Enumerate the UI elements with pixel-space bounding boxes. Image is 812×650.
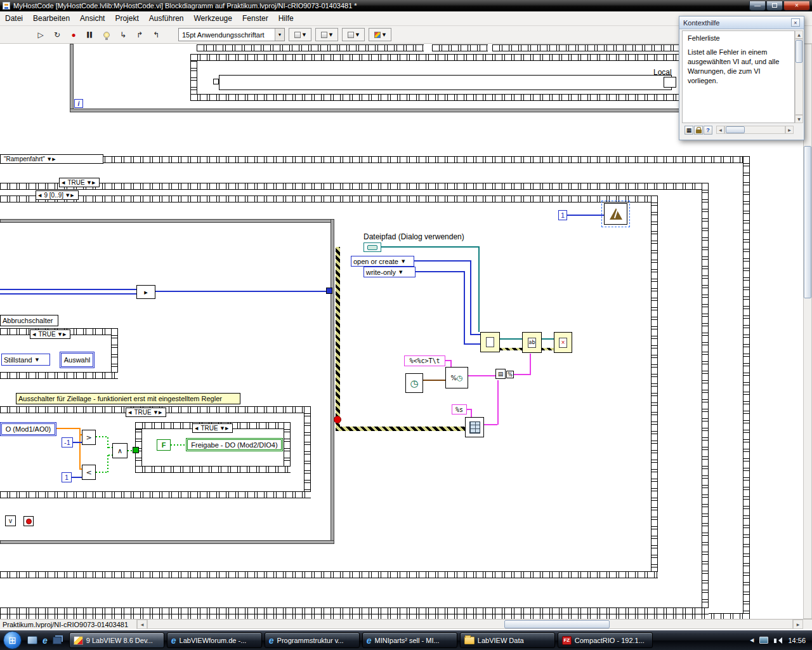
distribute-objects-dropdown[interactable]: ▼ xyxy=(315,28,338,41)
vertical-scrollbar-thumb[interactable] xyxy=(804,146,811,298)
scroll-left-button[interactable]: ◀ xyxy=(137,620,147,629)
switch-windows-icon[interactable] xyxy=(53,637,62,644)
help-vertical-scrollbar-thumb[interactable] xyxy=(796,40,802,63)
volume-icon[interactable] xyxy=(774,635,782,646)
case-dropdown-icon[interactable]: ▼ xyxy=(87,180,91,185)
case-selector-numeric[interactable]: ◀ 9 [0..9] ▼ ▶ xyxy=(36,190,79,200)
menu-datei[interactable]: Datei xyxy=(0,12,28,25)
show-desktop-icon[interactable] xyxy=(27,636,37,644)
case-prev-icon[interactable]: ◀ xyxy=(32,332,36,337)
help-scroll-up-button[interactable]: ▲ xyxy=(795,30,803,39)
help-scroll-right-button[interactable]: ▶ xyxy=(785,126,794,134)
vertical-scrollbar[interactable] xyxy=(803,44,812,619)
case-next-icon[interactable]: ▶ xyxy=(225,426,229,431)
case-prev-icon[interactable]: ◀ xyxy=(128,410,132,415)
start-button[interactable]: ⊞ xyxy=(3,631,22,649)
menu-projekt[interactable]: Projekt xyxy=(110,12,143,25)
highlight-execution-button[interactable] xyxy=(99,28,114,42)
enum-caret-icon[interactable]: ▼ xyxy=(402,259,405,264)
context-help-window[interactable]: Kontexthilfe × Fehlerliste Listet alle F… xyxy=(679,16,804,140)
loop-condition-box[interactable]: v xyxy=(5,515,16,526)
case-selector-rampenfahrt[interactable]: "Rampenfahrt" ▼ ▶ xyxy=(0,154,103,164)
case-dropdown-icon[interactable]: ▼ xyxy=(65,193,70,198)
case-next-icon[interactable]: ▶ xyxy=(91,180,96,185)
enum-constant-stillstand[interactable]: Stillstand ▼ xyxy=(1,354,50,366)
taskbar-button-compactrio[interactable]: FZ CompactRIO - 192.1... xyxy=(558,632,653,648)
case-next-icon[interactable]: ▶ xyxy=(51,157,56,162)
local-variable-freigabe[interactable]: Freigabe - DO (Mod2/DIO4) xyxy=(186,438,283,451)
menu-ansicht[interactable]: Ansicht xyxy=(75,12,110,25)
case-prev-icon[interactable]: ◀ xyxy=(194,426,199,431)
case-selector-abbruch[interactable]: ◀ TRUE ▼ ▶ xyxy=(30,329,70,339)
array-to-spreadsheet-string-function[interactable] xyxy=(465,417,484,437)
taskbar-button-miniparts[interactable]: e MINIparts² sell - MI... xyxy=(362,632,457,648)
case-dropdown-icon[interactable]: ▼ xyxy=(154,410,158,415)
tray-expand-icon[interactable]: ◀ xyxy=(750,637,754,643)
step-over-button[interactable]: ↱ xyxy=(132,28,147,42)
titlebar[interactable]: MyHostCode [MyHostCode.lvlib:MyHostCode.… xyxy=(0,0,812,11)
numeric-constant-neg1[interactable]: -1 xyxy=(62,437,73,448)
restore-button[interactable] xyxy=(766,1,783,11)
write-text-file-function[interactable]: ab xyxy=(522,332,542,353)
taskbar-button-labview[interactable]: 9 LabVIEW 8.6 Dev... xyxy=(69,632,164,648)
string-node[interactable]: % xyxy=(506,371,514,378)
get-date-time-function[interactable]: ◷ xyxy=(405,373,423,393)
case-prev-icon[interactable]: ◀ xyxy=(61,180,65,185)
case-dropdown-icon[interactable]: ▼ xyxy=(58,332,62,337)
help-scroll-down-button[interactable]: ▼ xyxy=(795,115,803,123)
context-help-close-button[interactable]: × xyxy=(791,18,800,27)
case-next-icon[interactable]: ▶ xyxy=(70,193,74,198)
help-scroll-left-button[interactable]: ◀ xyxy=(716,126,724,134)
frame-inner-terminal[interactable] xyxy=(664,77,676,88)
select-function[interactable]: ▸ xyxy=(136,285,155,299)
format-date-time-string-function[interactable]: % ◷ xyxy=(445,367,468,388)
breakpoint-dot[interactable] xyxy=(334,416,341,423)
wait-constant[interactable]: 1 xyxy=(558,210,567,220)
local-variable-auswahl[interactable]: Auswahl xyxy=(60,352,95,368)
menu-fenster[interactable]: Fenster xyxy=(237,12,273,25)
enum-caret-icon[interactable]: ▼ xyxy=(36,357,39,362)
enum-constant-write-only[interactable]: write-only ▼ xyxy=(363,267,416,277)
reorder-objects-dropdown[interactable]: ▼ xyxy=(369,28,391,41)
path-constant[interactable] xyxy=(363,242,381,252)
font-caret-icon[interactable]: ▼ xyxy=(275,29,284,41)
close-button[interactable]: × xyxy=(783,1,810,11)
taskbar-button-programmstruktur[interactable]: e Programmstruktur v... xyxy=(265,632,360,648)
case-selector-ziellage[interactable]: ◀ TRUE ▼ ▶ xyxy=(126,408,166,417)
horizontal-scrollbar-thumb[interactable] xyxy=(504,620,610,628)
scroll-right-button[interactable]: ▶ xyxy=(793,620,803,629)
concatenate-strings-function[interactable]: ▤ xyxy=(495,369,506,379)
menu-werkzeuge[interactable]: Werkzeuge xyxy=(188,12,237,25)
context-help-titlebar[interactable]: Kontexthilfe × xyxy=(679,17,804,29)
quick-launch-ie-icon[interactable]: e xyxy=(43,635,48,646)
case-next-icon[interactable]: ▶ xyxy=(158,410,162,415)
detailed-help-button[interactable]: ? xyxy=(704,126,712,135)
less-function[interactable]: < xyxy=(82,465,96,480)
iteration-terminal[interactable]: i xyxy=(74,99,83,108)
menu-ausfuehren[interactable]: Ausführen xyxy=(144,12,189,25)
menu-bearbeiten[interactable]: Bearbeiten xyxy=(28,12,75,25)
minimize-button[interactable]: — xyxy=(749,1,766,11)
run-continuous-button[interactable]: ↻ xyxy=(49,28,65,42)
case-dropdown-icon[interactable]: ▼ xyxy=(220,426,225,431)
horizontal-scrollbar[interactable] xyxy=(147,620,793,629)
stop-terminal[interactable] xyxy=(23,516,34,526)
case-selector-true-outer[interactable]: ◀ TRUE ▼ ▶ xyxy=(59,178,100,187)
lock-help-button[interactable] xyxy=(694,126,703,135)
greater-function[interactable]: > xyxy=(82,430,96,445)
case-dropdown-icon[interactable]: ▼ xyxy=(47,157,51,162)
case-next-icon[interactable]: ▶ xyxy=(62,332,67,337)
clock[interactable]: 14:56 xyxy=(788,637,806,644)
boolean-constant-false[interactable]: F xyxy=(157,439,171,451)
run-button[interactable]: ▷ xyxy=(33,28,48,42)
close-file-function[interactable]: × xyxy=(554,332,572,353)
target-tab[interactable]: Praktikum.lvproj/NI-cRIO9073-01403481 xyxy=(0,620,137,629)
taskbar-button-labviewforum[interactable]: e LabVIEWforum.de -... xyxy=(167,632,262,648)
numeric-constant-1[interactable]: 1 xyxy=(62,472,72,482)
step-into-button[interactable]: ↳ xyxy=(115,28,131,42)
pause-button[interactable]: ▌▌ xyxy=(82,28,98,42)
font-selector[interactable]: 15pt Anwendungsschriftart ▼ xyxy=(178,28,285,41)
taskbar-button-labview-data[interactable]: LabVIEW Data xyxy=(460,632,555,648)
string-constant-percent-s[interactable]: %s xyxy=(452,404,467,415)
enum-constant-open-or-create[interactable]: open or create ▼ xyxy=(351,256,414,267)
